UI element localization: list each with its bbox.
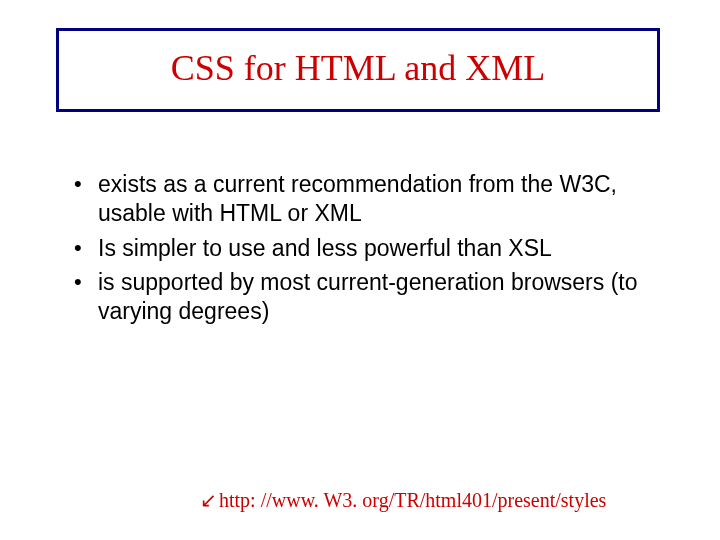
footer-url: http: //www. W3. org/TR/html401/present/…	[219, 489, 606, 511]
slide-title: CSS for HTML and XML	[171, 48, 546, 88]
footer-link: ↙http: //www. W3. org/TR/html401/present…	[200, 488, 606, 512]
list-item: exists as a current recommendation from …	[70, 170, 660, 228]
body-content: exists as a current recommendation from …	[70, 170, 660, 332]
title-box: CSS for HTML and XML	[56, 28, 660, 112]
bullet-text: exists as a current recommendation from …	[98, 171, 617, 226]
bullet-text: is supported by most current-generation …	[98, 269, 637, 324]
arrow-down-left-icon: ↙	[200, 488, 217, 512]
list-item: is supported by most current-generation …	[70, 268, 660, 326]
bullet-text: Is simpler to use and less powerful than…	[98, 235, 552, 261]
list-item: Is simpler to use and less powerful than…	[70, 234, 660, 263]
slide: CSS for HTML and XML exists as a current…	[0, 0, 720, 540]
bullet-list: exists as a current recommendation from …	[70, 170, 660, 326]
